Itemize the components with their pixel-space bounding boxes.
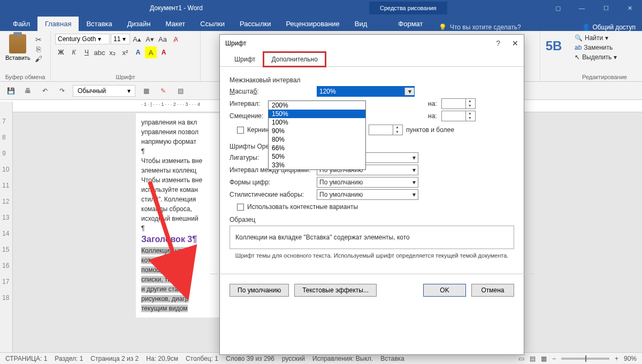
kerning-points-field[interactable]: ▲▼ [369, 125, 403, 135]
scale-option[interactable]: 200% [269, 101, 365, 110]
tab-home[interactable]: Главная [37, 17, 79, 31]
tab-mailings[interactable]: Рассылки [232, 17, 278, 31]
tab-insert[interactable]: Вставка [79, 17, 119, 31]
offset-by-field[interactable]: ▲▼ [441, 111, 476, 121]
style-combo[interactable]: Обычный▾ [73, 85, 135, 97]
ok-button[interactable]: OK [423, 284, 466, 297]
undo-button[interactable]: ↶ [39, 84, 51, 97]
scale-option[interactable]: 50% [269, 152, 365, 161]
tab-view[interactable]: Вид [347, 17, 375, 31]
status-words[interactable]: Слово 39 из 296 [226, 355, 274, 362]
qat-button-3[interactable]: ▤ [174, 84, 187, 97]
text-effects-button[interactable]: Текстовые эффекты... [294, 284, 377, 297]
qat-button-1[interactable]: ▦ [140, 84, 152, 97]
cut-button[interactable]: ✂ [35, 35, 42, 44]
status-section[interactable]: Раздел: 1 [55, 355, 83, 362]
zoom-level[interactable]: 90% [624, 355, 637, 362]
text-effects-button[interactable]: A [132, 47, 144, 58]
qat-button-2[interactable]: ✎ [157, 84, 170, 97]
status-language[interactable]: русский [282, 355, 305, 362]
zoom-out-button[interactable]: − [552, 355, 556, 362]
change-case-button[interactable]: Aa [157, 33, 169, 45]
tab-layout[interactable]: Макет [158, 17, 193, 31]
scale-option[interactable]: 66% [269, 144, 365, 152]
share-button[interactable]: 👤 Общий доступ [582, 24, 636, 31]
scale-option[interactable]: 150% [269, 110, 365, 118]
clear-formatting-button[interactable]: A̷ [170, 33, 181, 45]
dialog-tab-font[interactable]: Шрифт [226, 52, 263, 67]
status-insert-mode[interactable]: Вставка [380, 355, 404, 362]
cancel-button[interactable]: Отмена [471, 284, 514, 297]
replace-button[interactable]: abЗаменить [571, 43, 638, 52]
spacing-by-input[interactable] [442, 99, 465, 109]
font-size-combo[interactable]: 11▾ [111, 34, 130, 44]
tab-format[interactable]: Формат [391, 17, 430, 31]
save-button[interactable]: 💾 [4, 84, 17, 97]
style-sets-combo[interactable]: По умолчанию▾ [317, 189, 418, 200]
scale-option[interactable]: 80% [269, 135, 365, 144]
document-title: Документ1 - Word [150, 4, 203, 12]
strikethrough-button[interactable]: abc [94, 47, 105, 58]
doc-selection: помощью вы мо [141, 266, 189, 274]
minimize-button[interactable]: — [570, 0, 594, 16]
italic-button[interactable]: К [68, 47, 80, 58]
scale-option[interactable]: 90% [269, 127, 365, 135]
group-font: Century Goth▾ 11▾ A▴ A▾ Aa A̷ Ж К Ч abc … [51, 31, 201, 81]
style-preview[interactable]: 5В [545, 33, 563, 53]
status-column[interactable]: Столбец: 1 [186, 355, 218, 362]
select-button[interactable]: ↖Выделить▾ [571, 52, 638, 62]
contextual-checkbox-row[interactable]: Использовать контекстные варианты [237, 203, 514, 211]
person-icon: 👤 [582, 24, 590, 31]
grow-font-button[interactable]: A▴ [131, 33, 143, 45]
format-painter-button[interactable]: 🖌 [35, 55, 42, 63]
dialog-help-button[interactable]: ? [496, 39, 500, 48]
view-print-layout[interactable]: ▤ [530, 355, 536, 362]
spacing-by-field[interactable]: ▲▼ [441, 98, 476, 109]
view-web-layout[interactable]: ▦ [541, 355, 547, 362]
select-label: Выделить [582, 53, 612, 61]
maximize-button[interactable]: ☐ [594, 0, 618, 16]
scale-option[interactable]: 100% [269, 118, 365, 127]
offset-by-input[interactable] [442, 111, 465, 121]
superscript-button[interactable]: x² [119, 47, 131, 58]
status-page-of[interactable]: Страница 2 из 2 [90, 355, 139, 362]
bold-button[interactable]: Ж [55, 47, 67, 58]
underline-button[interactable]: Ч [81, 47, 93, 58]
tab-references[interactable]: Ссылки [193, 17, 232, 31]
zoom-slider[interactable] [561, 358, 609, 360]
scale-combo[interactable]: 120% ▾ [317, 86, 415, 97]
copy-button[interactable]: ⎘ [36, 45, 41, 53]
replace-label: Заменить [584, 44, 613, 51]
tab-file[interactable]: Файл [5, 17, 37, 31]
subscript-button[interactable]: x₂ [106, 47, 118, 58]
set-default-button[interactable]: По умолчанию [230, 284, 289, 297]
find-button[interactable]: 🔍Найти▾ [571, 33, 638, 43]
tab-review[interactable]: Рецензирование [278, 17, 347, 31]
status-page[interactable]: СТРАНИЦА: 1 [5, 355, 47, 362]
dialog-titlebar[interactable]: Шрифт ? ✕ [220, 35, 524, 52]
font-color-button[interactable]: A [158, 47, 170, 58]
chevron-down-icon: ▾ [123, 35, 126, 43]
tell-me-search[interactable]: 💡 Что вы хотите сделать? [439, 24, 521, 31]
scale-option[interactable]: 33% [269, 161, 365, 169]
shrink-font-button[interactable]: A▾ [144, 33, 156, 45]
dialog-tab-advanced[interactable]: Дополнительно [263, 52, 325, 67]
dialog-close-button[interactable]: ✕ [512, 39, 518, 48]
print-button[interactable]: 🖶 [21, 84, 34, 97]
zoom-in-button[interactable]: + [615, 355, 618, 362]
doc-selection: Коллекции на вк [141, 247, 190, 254]
vertical-ruler[interactable]: 789 101112 131415 161718 [0, 102, 13, 352]
highlight-button[interactable]: A [145, 47, 157, 58]
ribbon-options-icon[interactable]: ▢ [546, 0, 570, 16]
close-button[interactable]: ✕ [618, 0, 642, 16]
font-name-combo[interactable]: Century Goth▾ [55, 34, 110, 44]
paste-button[interactable]: Вставить [4, 33, 32, 63]
view-read-mode[interactable]: ▭ [518, 355, 524, 362]
contextual-label: Использовать контекстные варианты [247, 203, 358, 211]
status-track-changes[interactable]: Исправления: Выкл. [312, 355, 373, 362]
tab-design[interactable]: Дизайн [120, 17, 158, 31]
status-position[interactable]: На: 20,9см [146, 355, 178, 362]
redo-button[interactable]: ↷ [56, 84, 68, 97]
kerning-points-input[interactable] [369, 125, 393, 135]
digit-forms-combo[interactable]: По умолчанию▾ [317, 177, 418, 188]
